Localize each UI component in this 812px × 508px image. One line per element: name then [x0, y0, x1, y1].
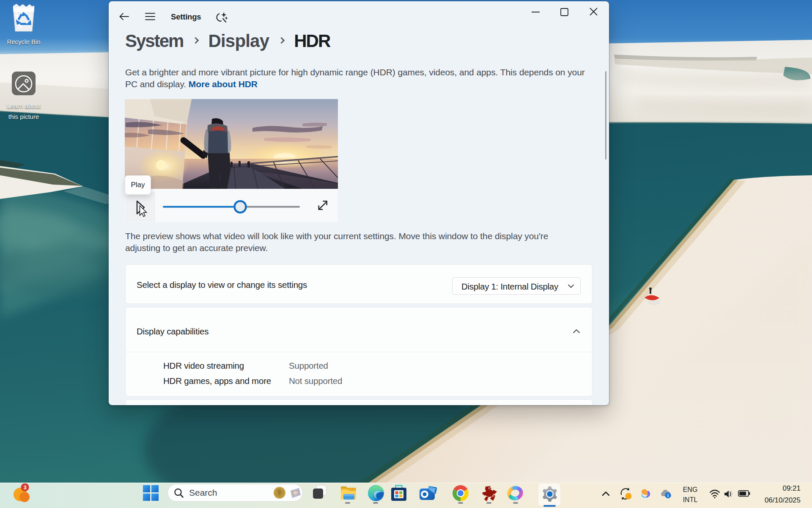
- svg-text:INTL: INTL: [683, 496, 698, 503]
- svg-text:3: 3: [23, 484, 26, 491]
- svg-text:09:21: 09:21: [782, 484, 801, 492]
- svg-text:06/10/2025: 06/10/2025: [765, 496, 801, 504]
- svg-text:Settings: Settings: [171, 12, 201, 21]
- svg-text:ENG: ENG: [683, 486, 698, 493]
